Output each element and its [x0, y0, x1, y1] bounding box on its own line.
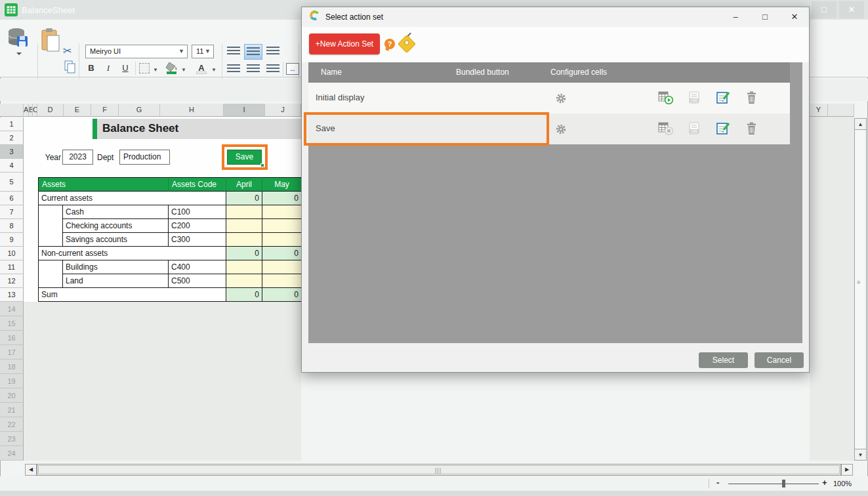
select-all-corner[interactable]	[0, 104, 24, 117]
cell-savings[interactable]: Savings accounts	[62, 233, 169, 247]
cell-checking-code[interactable]: C200	[169, 219, 226, 233]
row-header-12[interactable]: 12	[0, 274, 24, 288]
action-list-scrollbar-gutter[interactable]	[790, 62, 802, 343]
sheet-tools-button[interactable]	[6, 25, 32, 56]
col-header-E[interactable]: E	[64, 104, 91, 117]
new-action-set-button[interactable]: +New Action Set	[309, 33, 380, 54]
bold-button[interactable]: B	[84, 61, 98, 75]
dialog-close-button[interactable]: ✕	[784, 9, 805, 26]
dialog-minimize-button[interactable]: –	[725, 9, 746, 26]
cell-buildings-may[interactable]	[262, 260, 301, 274]
cell-savings-code[interactable]: C300	[169, 233, 226, 247]
row-header-11[interactable]: 11	[0, 260, 24, 274]
vscroll-thumb[interactable]: ≡	[857, 279, 861, 285]
font-name-select[interactable]: Meiryo UI ▼	[85, 45, 188, 58]
chevron-down-icon[interactable]: ▼	[181, 67, 186, 73]
row-header-2[interactable]: 2	[0, 131, 24, 145]
row-header-10[interactable]: 10	[0, 247, 24, 260]
cell-land-code[interactable]: C500	[169, 274, 226, 288]
col-header-C[interactable]: C	[33, 104, 37, 117]
tag-icon[interactable]	[398, 35, 416, 53]
col-header-F[interactable]: F	[91, 104, 119, 117]
cell-cash[interactable]: Cash	[62, 205, 169, 219]
cell-sum-may[interactable]: 0	[262, 288, 301, 302]
row-header-8[interactable]: 8	[0, 219, 24, 233]
cell-checking-april[interactable]	[226, 219, 262, 233]
col-header-G[interactable]: G	[119, 104, 160, 117]
table-header-april[interactable]: April	[226, 177, 262, 192]
cell-savings-may[interactable]	[262, 233, 301, 247]
cell-buildings[interactable]: Buildings	[62, 260, 169, 274]
cell-sum-april[interactable]: 0	[226, 288, 262, 302]
cell-cash-april[interactable]	[226, 205, 262, 219]
select-button[interactable]: Select	[699, 352, 748, 368]
col-header-H[interactable]: H	[160, 104, 224, 117]
row-header-15[interactable]: 15	[0, 316, 24, 331]
align-left-button[interactable]	[227, 64, 240, 73]
row-header-5[interactable]: 5	[0, 173, 24, 192]
help-bubble-icon[interactable]: ?	[384, 39, 395, 49]
col-header-I[interactable]: I	[224, 104, 265, 117]
scroll-up-button[interactable]: ▲	[854, 118, 867, 130]
gear-icon[interactable]	[556, 93, 566, 104]
borders-button[interactable]	[139, 63, 150, 73]
align-right-button[interactable]	[266, 64, 279, 73]
cell-checking[interactable]: Checking accounts	[62, 219, 169, 233]
row-header-1[interactable]: 1	[0, 117, 24, 131]
row-header-17[interactable]: 17	[0, 345, 24, 360]
zoom-slider-thumb[interactable]	[782, 480, 785, 487]
merge-cells-button[interactable]: ↔	[286, 63, 299, 75]
zoom-slider[interactable]	[728, 484, 819, 484]
cancel-button[interactable]: Cancel	[754, 352, 804, 368]
run-table-play-icon[interactable]	[658, 91, 673, 104]
cell-buildings-code[interactable]: C400	[169, 260, 226, 274]
table-header-assets[interactable]: Assets	[38, 177, 169, 192]
row-header-22[interactable]: 22	[0, 417, 24, 432]
row-header-13[interactable]: 13	[0, 288, 24, 302]
cell-land-april[interactable]	[226, 274, 262, 288]
paste-button[interactable]	[41, 28, 60, 56]
selection-fill-handle[interactable]	[260, 163, 264, 167]
chevron-down-icon[interactable]: ▼	[211, 67, 217, 73]
gear-icon[interactable]	[556, 124, 566, 134]
align-top-button[interactable]	[227, 47, 240, 55]
row-header-14[interactable]: 14	[0, 302, 24, 316]
copy-button[interactable]	[64, 60, 77, 75]
table-header-assets-code[interactable]: Assets Code	[169, 177, 226, 192]
row-header-20[interactable]: 20	[0, 388, 24, 403]
table-header-may[interactable]: May	[262, 177, 301, 192]
cell-sum[interactable]: Sum	[38, 288, 226, 302]
year-field[interactable]: 2023	[62, 150, 93, 165]
cell-current-assets[interactable]: Current assets	[38, 192, 226, 205]
font-color-button[interactable]: A	[194, 61, 209, 75]
row-header-6[interactable]: 6	[0, 192, 24, 205]
row-header-24[interactable]: 24	[0, 446, 24, 461]
app-maximize-button[interactable]: □	[812, 1, 837, 18]
cell-noncurrent[interactable]: Non-current assets	[38, 247, 226, 260]
scroll-right-button[interactable]: ▶	[841, 464, 853, 476]
col-header-D[interactable]: D	[37, 104, 64, 117]
cell-land-may[interactable]	[262, 274, 301, 288]
italic-button[interactable]: I	[101, 61, 115, 75]
align-bottom-button[interactable]	[266, 47, 279, 55]
vertical-scrollbar[interactable]: ▲ ≡ ▼	[854, 118, 867, 461]
font-size-select[interactable]: 11 ▼	[192, 45, 214, 58]
scroll-left-button[interactable]: ◀	[25, 464, 37, 476]
edit-icon[interactable]	[716, 122, 731, 135]
run-table-stop-icon[interactable]	[658, 122, 673, 135]
chevron-down-icon[interactable]: ▼	[153, 67, 158, 73]
underline-button[interactable]: U	[118, 61, 133, 75]
scroll-down-button[interactable]: ▼	[854, 449, 867, 461]
cut-button[interactable]: ✂	[63, 45, 77, 58]
row-header-18[interactable]: 18	[0, 360, 24, 374]
col-header-J[interactable]: J	[265, 104, 301, 117]
row-header-4[interactable]: 4	[0, 159, 24, 173]
col-header-A[interactable]: A	[24, 104, 29, 117]
cell-cash-code[interactable]: C100	[169, 205, 226, 219]
zoom-in-button[interactable]: +	[822, 478, 827, 487]
dept-field[interactable]: Production	[119, 150, 170, 165]
cell-savings-april[interactable]	[226, 233, 262, 247]
trash-icon[interactable]	[744, 122, 759, 135]
align-center-button[interactable]	[247, 64, 260, 73]
zoom-out-button[interactable]: -	[716, 478, 719, 487]
